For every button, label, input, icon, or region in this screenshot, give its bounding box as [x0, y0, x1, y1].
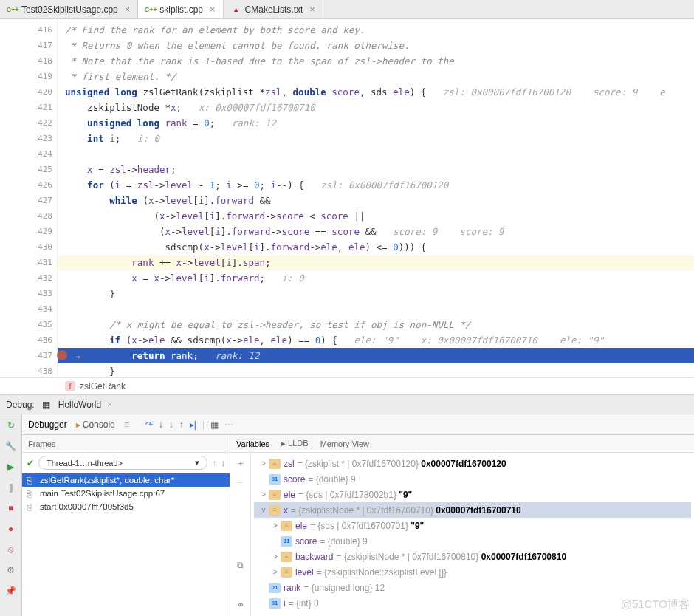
close-icon[interactable]: × [210, 4, 216, 15]
tab-memory[interactable]: Memory View [320, 439, 369, 448]
debug-config[interactable]: HelloWorld [58, 400, 101, 410]
evaluate-icon[interactable]: ▦ [210, 420, 219, 430]
breadcrumb-fn[interactable]: zslGetRank [80, 381, 126, 391]
variable-row[interactable]: >≡level= {zskiplistNode::zskiplistLevel … [254, 564, 691, 580]
twistie-icon[interactable]: > [270, 568, 281, 576]
code-line[interactable]: zskiplistNode *x; x: 0x00007fdf16700710 [58, 100, 694, 115]
rerun-icon[interactable]: ↻ [4, 419, 18, 432]
stack-frame[interactable]: ⎘main Test02SkiplistUsage.cpp:67 [22, 487, 230, 500]
debugger-toolbar: Debugger ▸Console ≡ ↷ ↓ ↓ ↑ ▸| | ▦ ⋯ [22, 414, 694, 435]
twistie-icon[interactable]: v [258, 506, 269, 514]
code-line[interactable]: while (x->level[i].forward && [58, 193, 694, 208]
variable-row[interactable]: v≡x= {zskiplistNode * | 0x7fdf16700710} … [254, 502, 691, 518]
pause-icon[interactable]: ‖ [4, 481, 18, 494]
frame-icon: ⎘ [27, 503, 32, 512]
twistie-icon[interactable]: > [270, 552, 281, 561]
variable-row[interactable]: 01rank= {unsigned long} 12 [254, 580, 691, 595]
add-watch-icon[interactable]: ＋ [236, 457, 245, 470]
code-line[interactable]: (x->level[i].forward->score == score && … [58, 224, 694, 239]
code-line[interactable]: x = x->level[i].forward; i: 0 [58, 270, 694, 286]
tab-debugger[interactable]: Debugger [28, 420, 67, 430]
code-line[interactable]: x = zsl->header; [58, 162, 694, 177]
code-line[interactable]: int i; i: 0 [58, 131, 694, 146]
variable-row[interactable]: 01score= {double} 9 [254, 471, 691, 487]
frame-list: ⎘zslGetRank(zskiplist*, double, char*⎘ma… [22, 473, 230, 616]
variable-row[interactable]: 01i= {int} 0 [254, 595, 691, 611]
step-over-icon[interactable]: ↓ [159, 420, 163, 430]
code-line[interactable]: * Returns 0 when the element cannot be f… [58, 38, 694, 53]
twistie-icon[interactable]: > [270, 521, 281, 530]
thread-selector[interactable]: Thread-1…n-thread>▾ [38, 456, 207, 470]
variable-row[interactable]: >≡backward= {zskiplistNode * | 0x7fdf167… [254, 549, 691, 564]
editor-tab[interactable]: C++skiplist.cpp× [138, 0, 223, 18]
code-line[interactable]: rank += x->level[i].span; [58, 255, 694, 270]
mute-breakpoints-icon[interactable]: ⦸ [4, 543, 18, 556]
code-line[interactable]: } [58, 363, 694, 377]
code-line[interactable]: sdscmp(x->level[i].forward->ele, ele) <=… [58, 239, 694, 255]
code-line[interactable]: return rank; rank: 12 [58, 348, 694, 363]
tab-label: Test02SkiplistUsage.cpp [21, 4, 118, 15]
more-icon[interactable]: ⋯ [224, 420, 233, 430]
code-line[interactable]: /* x might be equal to zsl->header, so t… [58, 317, 694, 332]
tab-label: skiplist.cpp [159, 4, 203, 15]
breakpoint-icon[interactable] [57, 350, 67, 360]
code-line[interactable]: } [58, 286, 694, 301]
variables-panel: Variables ▸ LLDB Memory View ＋ − ⧉ ⚭ >≡z… [230, 435, 694, 616]
tab-lldb[interactable]: ▸ LLDB [281, 439, 309, 448]
show-exec-point-icon[interactable]: ↷ [145, 420, 153, 430]
code-line[interactable]: * Note that the rank is 1-based due to t… [58, 53, 694, 69]
code-line[interactable]: for (i = zsl->level - 1; i >= 0; i--) { … [58, 177, 694, 193]
variable-row[interactable]: >≡ele= {sds | 0x7fdf178002b1} "9" [254, 487, 691, 502]
close-icon[interactable]: × [107, 400, 112, 410]
stack-frame[interactable]: ⎘zslGetRank(zskiplist*, double, char* [22, 473, 230, 487]
variable-row[interactable]: 01score= {double} 9 [254, 533, 691, 549]
file-icon: C++ [7, 4, 18, 15]
function-badge: f [65, 381, 75, 391]
step-out-icon[interactable]: ↑ [179, 420, 184, 430]
tab-console[interactable]: ▸Console [76, 420, 115, 430]
resume-icon[interactable]: ▶ [4, 460, 18, 473]
close-icon[interactable]: × [309, 4, 315, 15]
code-line[interactable]: unsigned long zslGetRank(zskiplist *zsl,… [58, 84, 694, 100]
stack-frame[interactable]: ⎘start 0x00007fff7005f3d5 [22, 500, 230, 513]
duplicate-icon[interactable]: ⧉ [237, 560, 244, 570]
wrench-icon[interactable]: 🔧 [4, 439, 18, 453]
code-line[interactable]: * first element. */ [58, 69, 694, 84]
thread-check-icon: ✔ [27, 458, 34, 468]
frame-up-icon[interactable]: ↑ [212, 458, 216, 468]
remove-watch-icon[interactable]: − [238, 477, 243, 487]
code-area[interactable]: /* Find the rank for an element by both … [58, 19, 694, 377]
type-badge: ≡ [269, 490, 281, 500]
step-into-icon[interactable]: ↓ [169, 420, 174, 430]
type-badge: 01 [281, 536, 292, 547]
settings-icon[interactable]: ⚙ [4, 564, 18, 577]
close-icon[interactable]: × [125, 4, 131, 15]
variable-row[interactable]: >≡zsl= {zskiplist * | 0x7fdf16700120} 0x… [254, 456, 691, 471]
frame-down-icon[interactable]: ↓ [221, 458, 225, 468]
code-line[interactable]: (x->level[i].forward->score < score || [58, 208, 694, 224]
code-line[interactable]: if (x->ele && sdscmp(x->ele, ele) == 0) … [58, 332, 694, 348]
vars-toolbar: ＋ − ⧉ ⚭ [230, 453, 251, 616]
run-config-icon: ▦ [41, 399, 52, 411]
type-badge: 01 [269, 583, 281, 593]
code-line[interactable]: unsigned long rank = 0; rank: 12 [58, 115, 694, 131]
twistie-icon[interactable]: > [258, 459, 269, 468]
debug-panel: ↻ 🔧 ▶ ‖ ■ ● ⦸ ⚙ 📌 Debugger ▸Console ≡ ↷ … [0, 414, 694, 616]
editor-tab[interactable]: ▲CMakeLists.txt× [224, 0, 323, 18]
variables-tree[interactable]: >≡zsl= {zskiplist * | 0x7fdf16700120} 0x… [251, 453, 694, 616]
pin-icon[interactable]: 📌 [4, 584, 18, 598]
code-line[interactable]: /* Find the rank for an element by both … [58, 22, 694, 38]
variable-row[interactable]: >≡ele= {sds | 0x7fdf16700701} "9" [254, 518, 691, 533]
code-line[interactable] [58, 301, 694, 317]
type-badge: ≡ [269, 505, 281, 516]
stop-icon[interactable]: ■ [4, 502, 18, 515]
code-line[interactable] [58, 146, 694, 162]
debug-label: Debug: [6, 400, 35, 410]
link-icon[interactable]: ⚭ [237, 600, 244, 610]
type-badge: ≡ [281, 567, 292, 578]
editor-tab[interactable]: C++Test02SkiplistUsage.cpp× [0, 0, 138, 18]
view-breakpoints-icon[interactable]: ● [4, 522, 18, 535]
run-to-cursor-icon[interactable]: ▸| [190, 420, 196, 430]
twistie-icon[interactable]: > [258, 490, 269, 499]
tab-variables[interactable]: Variables [236, 439, 269, 448]
